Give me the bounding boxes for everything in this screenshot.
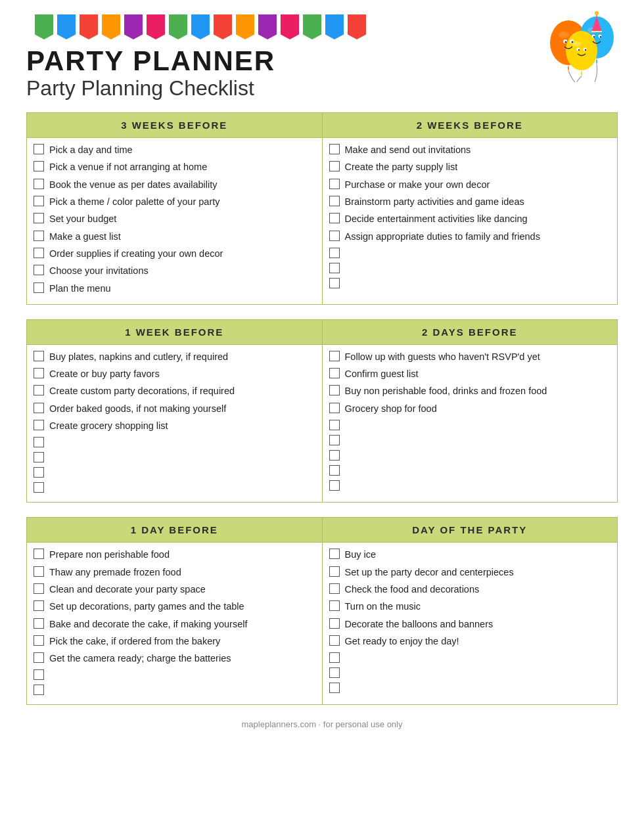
checkbox[interactable] [34, 452, 44, 462]
checklist-item[interactable]: Buy plates, napkins and cutlery, if requ… [34, 350, 315, 363]
checklist-item[interactable]: Plan the menu [34, 282, 315, 295]
checkbox[interactable] [329, 566, 340, 577]
checkbox[interactable] [329, 667, 340, 678]
checklist-item[interactable] [329, 449, 611, 461]
checklist-item[interactable] [329, 667, 611, 678]
checkbox[interactable] [34, 652, 44, 663]
checklist-item[interactable]: Set up decorations, party games and the … [34, 600, 315, 613]
checkbox[interactable] [34, 161, 44, 171]
checklist-item[interactable] [34, 451, 315, 462]
checklist-item[interactable]: Follow up with guests who haven't RSVP'd… [329, 350, 611, 363]
checklist-item[interactable]: Make and send out invitations [329, 143, 611, 156]
checkbox[interactable] [34, 635, 44, 646]
checklist-item[interactable] [329, 682, 611, 693]
checklist-item[interactable]: Create custom party decorations, if requ… [34, 384, 315, 397]
checkbox[interactable] [34, 144, 44, 154]
checkbox[interactable] [34, 549, 44, 559]
checklist-item[interactable]: Check the food and decorations [329, 583, 611, 596]
checklist-item[interactable] [329, 277, 611, 288]
checklist-item[interactable]: Book the venue as per dates availability [34, 178, 315, 191]
checklist-item[interactable]: Pick a day and time [34, 143, 315, 156]
checkbox[interactable] [34, 385, 44, 395]
checklist-item[interactable] [329, 464, 611, 476]
checklist-item[interactable]: Purchase or make your own decor [329, 178, 611, 191]
checkbox[interactable] [329, 385, 340, 395]
checkbox[interactable] [329, 263, 340, 273]
checkbox[interactable] [329, 161, 340, 171]
checkbox[interactable] [329, 403, 340, 413]
checkbox[interactable] [329, 196, 340, 206]
checkbox[interactable] [34, 265, 44, 275]
checkbox[interactable] [329, 144, 340, 154]
checkbox[interactable] [34, 231, 44, 241]
checkbox[interactable] [329, 420, 340, 430]
checkbox[interactable] [34, 248, 44, 258]
checkbox[interactable] [329, 465, 340, 476]
checklist-item[interactable]: Choose your invitations [34, 264, 315, 277]
checklist-item[interactable]: Decide entertainment activities like dan… [329, 212, 611, 225]
checklist-item[interactable]: Create or buy party favors [34, 367, 315, 380]
checkbox[interactable] [34, 467, 44, 478]
checkbox[interactable] [329, 549, 340, 559]
checkbox[interactable] [329, 618, 340, 629]
checklist-item[interactable]: Make a guest list [34, 230, 315, 243]
checkbox[interactable] [329, 480, 340, 491]
checkbox[interactable] [34, 351, 44, 361]
checklist-item[interactable]: Pick a theme / color palette of your par… [34, 195, 315, 208]
checkbox[interactable] [329, 652, 340, 663]
checklist-item[interactable]: Confirm guest list [329, 367, 611, 380]
checkbox[interactable] [34, 618, 44, 629]
checklist-item[interactable] [329, 247, 611, 258]
checkbox[interactable] [34, 420, 44, 430]
checklist-item[interactable] [329, 262, 611, 273]
checklist-item[interactable]: Prepare non perishable food [34, 548, 315, 561]
checklist-item[interactable]: Clean and decorate your party space [34, 583, 315, 596]
checklist-item[interactable] [34, 436, 315, 447]
checkbox[interactable] [34, 685, 44, 695]
checklist-item[interactable]: Decorate the balloons and banners [329, 618, 611, 631]
checkbox[interactable] [329, 213, 340, 223]
checklist-item[interactable]: Pick the cake, if ordered from the baker… [34, 635, 315, 648]
checkbox[interactable] [329, 683, 340, 693]
checklist-item[interactable] [329, 419, 611, 430]
checklist-item[interactable]: Buy ice [329, 548, 611, 561]
checkbox[interactable] [329, 368, 340, 378]
checklist-item[interactable]: Order baked goods, if not making yoursel… [34, 402, 315, 415]
checkbox[interactable] [329, 179, 340, 189]
checkbox[interactable] [329, 635, 340, 646]
checkbox[interactable] [34, 282, 44, 293]
checklist-item[interactable]: Buy non perishable food, drinks and froz… [329, 384, 611, 397]
checklist-item[interactable]: Get the camera ready; charge the batteri… [34, 652, 315, 665]
checklist-item[interactable] [329, 652, 611, 663]
checklist-item[interactable] [34, 669, 315, 680]
checkbox[interactable] [329, 231, 340, 241]
checkbox[interactable] [34, 437, 44, 447]
checkbox[interactable] [34, 368, 44, 378]
checklist-item[interactable]: Order supplies if creating your own deco… [34, 247, 315, 260]
checkbox[interactable] [329, 278, 340, 288]
checkbox[interactable] [329, 248, 340, 258]
checkbox[interactable] [34, 583, 44, 594]
checklist-item[interactable]: Bake and decorate the cake, if making yo… [34, 618, 315, 631]
checkbox[interactable] [34, 566, 44, 577]
checklist-item[interactable]: Assign appropriate duties to family and … [329, 230, 611, 243]
checklist-item[interactable] [329, 434, 611, 445]
checkbox[interactable] [329, 435, 340, 445]
checklist-item[interactable]: Create the party supply list [329, 160, 611, 173]
checklist-item[interactable]: Brainstorm party activities and game ide… [329, 195, 611, 208]
checklist-item[interactable]: Grocery shop for food [329, 402, 611, 415]
checkbox[interactable] [329, 600, 340, 611]
checkbox[interactable] [34, 179, 44, 189]
checklist-item[interactable]: Thaw any premade frozen food [34, 566, 315, 579]
checklist-item[interactable] [34, 482, 315, 493]
checkbox[interactable] [34, 213, 44, 223]
checklist-item[interactable]: Set your budget [34, 212, 315, 225]
checklist-item[interactable]: Create grocery shopping list [34, 419, 315, 432]
checkbox[interactable] [34, 196, 44, 206]
checkbox[interactable] [34, 669, 44, 680]
checklist-item[interactable]: Pick a venue if not arranging at home [34, 160, 315, 173]
checklist-item[interactable]: Get ready to enjoy the day! [329, 635, 611, 648]
checkbox[interactable] [329, 583, 340, 594]
checklist-item[interactable] [329, 480, 611, 491]
checkbox[interactable] [34, 482, 44, 493]
